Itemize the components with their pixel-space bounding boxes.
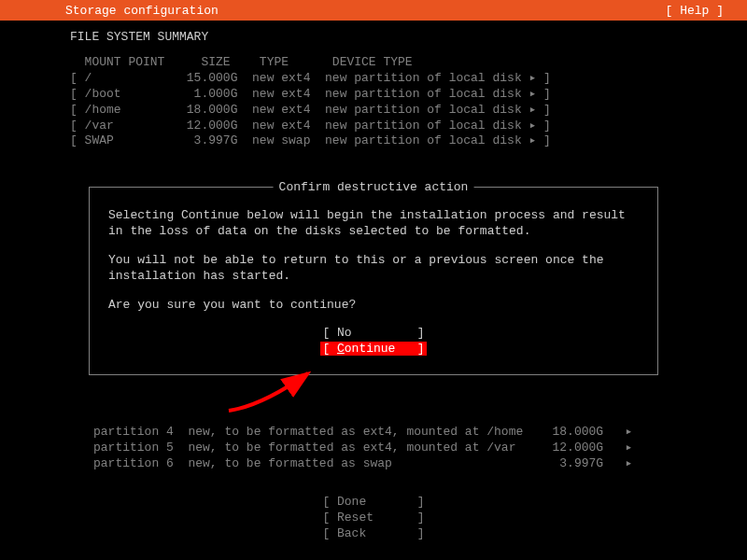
fs-row[interactable]: [ /home 18.000G new ext4 new partition o…	[70, 103, 747, 119]
reset-button[interactable]: [ Reset ]	[0, 511, 747, 526]
dialog-text: You will not be able to return to this o…	[108, 253, 639, 285]
arrow-annotation-icon	[224, 369, 317, 415]
back-button[interactable]: [ Back ]	[0, 526, 747, 542]
page-title: Storage configuration	[9, 4, 218, 18]
help-button[interactable]: [ Help ]	[666, 4, 738, 18]
fs-row[interactable]: [ /boot 1.000G new ext4 new partition of…	[70, 87, 747, 103]
fs-table-header: MOUNT POINT SIZE TYPE DEVICE TYPE	[70, 55, 747, 71]
header-bar: Storage configuration [ Help ]	[0, 0, 747, 21]
bottom-buttons: [ Done ] [ Reset ] [ Back ]	[0, 495, 747, 542]
dialog-title: Confirm destructive action	[274, 180, 474, 194]
no-button[interactable]: [ No ]	[322, 326, 424, 340]
fs-row[interactable]: [ SWAP 3.997G new swap new partition of …	[70, 133, 747, 149]
partition-row[interactable]: partition 6 new, to be formatted as swap…	[93, 456, 632, 472]
confirm-dialog: Confirm destructive action Selecting Con…	[89, 187, 658, 375]
dialog-text: Are you sure you want to continue?	[108, 298, 639, 314]
fs-row[interactable]: [ / 15.000G new ext4 new partition of lo…	[70, 71, 747, 87]
dialog-text: Selecting Continue below will begin the …	[108, 208, 639, 240]
fs-summary-title: FILE SYSTEM SUMMARY	[70, 30, 747, 44]
partition-row[interactable]: partition 4 new, to be formatted as ext4…	[93, 425, 632, 441]
main-content: FILE SYSTEM SUMMARY MOUNT POINT SIZE TYP…	[0, 21, 747, 149]
partition-row[interactable]: partition 5 new, to be formatted as ext4…	[93, 441, 632, 456]
partition-list: partition 4 new, to be formatted as ext4…	[93, 425, 632, 472]
done-button[interactable]: [ Done ]	[0, 495, 747, 511]
dialog-buttons: [ No ] [ Continue ]	[108, 326, 639, 357]
fs-row[interactable]: [ /var 12.000G new ext4 new partition of…	[70, 119, 747, 134]
continue-button[interactable]: [ Continue ]	[320, 342, 426, 356]
